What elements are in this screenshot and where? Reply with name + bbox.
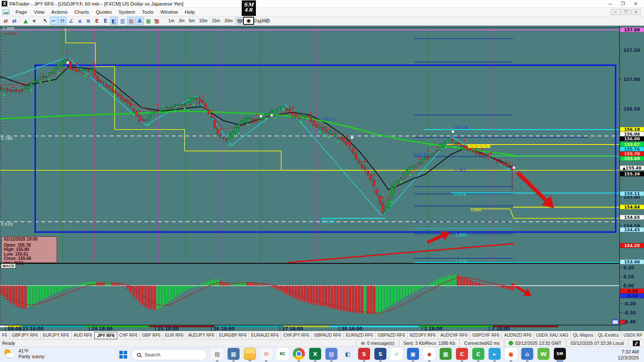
taskbar-app-app-blue-white-icon[interactable]: ◧	[342, 348, 354, 360]
tab-audchf-rf6[interactable]: AUDCHF RF6	[438, 332, 470, 339]
tab-gbpaud-rf6[interactable]: GBPAUD RF6	[312, 332, 343, 339]
tab-aud-rf6[interactable]: AUD RF6	[72, 332, 95, 339]
timeframe-15m-button[interactable]: 15m	[210, 17, 222, 24]
tool-icon-11[interactable]: E	[93, 17, 101, 25]
timeframe-30m-button[interactable]: 30m	[223, 17, 234, 24]
tab-eurjpy-rf6[interactable]: EURJPY RF6	[41, 332, 72, 339]
tool-icon-12[interactable]: E	[101, 17, 109, 25]
taskbar-app-app-orange-icon[interactable]: ●	[505, 348, 517, 360]
tool-icon-3[interactable]: ▲	[21, 17, 30, 25]
taskbar-clock[interactable]: 7:32 AM 12/3/2025	[618, 349, 639, 361]
taskbar-app-bank-app-icon[interactable]: ⌂	[521, 348, 533, 360]
tool-icon-13[interactable]: ◧	[110, 17, 118, 25]
taskbar-app-smr-patrader-icon[interactable]: SM	[554, 348, 566, 360]
menu-window[interactable]: Window	[157, 9, 181, 15]
taskbar-app-file-explorer-icon[interactable]	[244, 348, 256, 360]
tool-icon-16[interactable]: A	[136, 17, 144, 25]
tool-icon-15[interactable]: ▤	[127, 17, 135, 25]
svg-text:1.270: 1.270	[455, 259, 467, 264]
menu-quotes[interactable]: Quotes	[92, 9, 115, 15]
taskbar-app-calculator-icon[interactable]: ▦	[228, 348, 240, 360]
taskbar-app-tradingview-check-icon[interactable]: ✓	[391, 348, 403, 360]
tab-ql-exotics[interactable]: QL-Exotics	[595, 332, 621, 339]
taskbar-app-app-navy-s-icon[interactable]: S	[374, 348, 386, 360]
tab-gbpnzd-rf6[interactable]: GBPNZD RF6	[376, 332, 407, 339]
taskbar-app-mail-icon[interactable]: ✉	[260, 348, 272, 360]
start-button[interactable]	[119, 351, 127, 359]
clock-tool-button[interactable]: ◷	[265, 17, 270, 24]
tab-eurgbp-rf6[interactable]: EURGBP RF6	[217, 332, 249, 339]
tab-eur-rf6[interactable]: EUR RF6	[163, 332, 186, 339]
svg-text:▲155.49: ▲155.49	[623, 166, 641, 170]
tool-icon-10[interactable]: ≅	[84, 17, 92, 25]
tab-nzdjpy-rf6[interactable]: NZDJPY RF6	[407, 332, 438, 339]
mdi-close-button[interactable]: ✕	[631, 9, 641, 15]
timeframe-10m-button[interactable]: 10m	[197, 17, 209, 24]
taskbar-app-outlook-icon[interactable]: ▣	[407, 348, 419, 360]
menu-tools[interactable]: Tools	[139, 9, 157, 15]
infobox-line-4: Close: 155.66	[4, 256, 55, 261]
tab-usdx-xau-xag[interactable]: USDX XAU XAG	[534, 332, 571, 339]
tab-audjpy-rf6[interactable]: AUDJPY RF6	[186, 332, 217, 339]
taskbar-app-chrome-icon[interactable]	[293, 348, 305, 360]
search-box[interactable]: Search	[131, 349, 207, 360]
minimize-button[interactable]: —	[604, 0, 617, 7]
tab-f6[interactable]: F6	[0, 332, 10, 339]
tab-usdx-rf[interactable]: USDX RF	[621, 332, 644, 339]
tool-icon-5[interactable]: ↖	[41, 17, 49, 25]
tab-euraud-rf6[interactable]: EURAUD RF6	[249, 332, 281, 339]
taskbar-app-excel-icon[interactable]: X	[309, 348, 321, 360]
taskbar-app-camtasia-icon[interactable]: C	[472, 348, 484, 360]
taskbar-app-telegram-icon[interactable]: ▸	[489, 348, 501, 360]
tool-icon-7[interactable]: ⊓	[58, 17, 67, 25]
tab-gbpchf-rf6[interactable]: GBPCHF RF6	[470, 332, 502, 339]
tab-jpy-rf6[interactable]: JPY RF6	[94, 332, 117, 339]
chart-area[interactable]: 08:0023 16:0024 18:0025 18:0026 18:0027 …	[0, 26, 644, 331]
taskbar-app-app-red-s-icon[interactable]: S	[358, 348, 370, 360]
menu-system[interactable]: System	[115, 9, 138, 15]
tab-eurnzd-rf6[interactable]: EURNZD RF6	[344, 332, 376, 339]
tool-icon-1[interactable]: ⇄	[2, 17, 10, 25]
timeframe-1m-button[interactable]: 1m	[167, 17, 176, 24]
tool-icon-6[interactable]: ⌐	[50, 17, 58, 25]
tool-icon-17[interactable]: ▦	[144, 17, 152, 25]
tab-chf-rf6[interactable]: CHF RF6	[117, 332, 140, 339]
timeframe-3m-button[interactable]: 3m	[177, 17, 186, 24]
status-local-time: 03/12/2025 07:32:36 Local	[566, 340, 628, 347]
menu-view[interactable]: View	[30, 9, 48, 15]
tool-icon-9[interactable]: ≤	[76, 17, 84, 25]
menu-charts[interactable]: Charts	[71, 9, 92, 15]
tab-gbpjpy-rf6[interactable]: GBPJPY RF6	[10, 332, 41, 339]
taskbar-app-kc-app-icon[interactable]: KC	[276, 348, 289, 360]
taskbar-app-app-green-icon[interactable]: ▦	[440, 348, 452, 360]
close-button[interactable]: ✕	[629, 0, 642, 7]
eye-watch-button[interactable]: ◉	[243, 17, 254, 25]
taskbar-app-onenote-icon[interactable]: ▤	[325, 348, 337, 360]
tool-icon-4[interactable]: +	[30, 17, 38, 25]
tab-ql-majors[interactable]: QL-Majors	[571, 332, 596, 339]
mdi-minimize-button[interactable]: —	[611, 9, 620, 15]
chart-canvas[interactable]: 08:0023 16:0024 18:0025 18:0026 18:0027 …	[0, 26, 644, 331]
macd-pane-label[interactable]: MACD	[1, 263, 16, 268]
mdi-restore-button[interactable]: ❐	[621, 9, 630, 15]
tool-icon-2[interactable]: ⇄	[10, 17, 18, 25]
connection-status-icon	[509, 341, 513, 345]
tab-audnzd-rf6[interactable]: AUDNZD RF6	[502, 332, 534, 339]
menu-actions[interactable]: Actions	[48, 9, 71, 15]
ohlc-info-box: 02/12/2025 19:00 Open: 155.78High: 155.8…	[1, 236, 57, 263]
taskbar-app-app-red-c-icon[interactable]: C	[456, 348, 468, 360]
timeframe-daily-button[interactable]: D	[237, 18, 243, 25]
toolbar-overflow-button[interactable]: »	[154, 17, 156, 22]
tab-chfjpy-rf6[interactable]: CHFJPY RF6	[281, 332, 312, 339]
taskbar-app-webull-w-icon[interactable]: W	[538, 348, 550, 360]
menu-page[interactable]: Page	[12, 9, 30, 15]
tab-gbp-rf6[interactable]: GBP RF6	[140, 332, 163, 339]
taskbar-app-notepad-icon[interactable]: ▤	[211, 348, 223, 360]
taskbar-app-powerpoint-icon[interactable]: ◆	[423, 348, 435, 360]
timeframe-5m-button[interactable]: 5m	[187, 17, 197, 24]
tool-icon-14[interactable]: ▥	[118, 17, 127, 25]
weather-widget[interactable]: 41°F Partly sunny	[4, 348, 45, 359]
menu-help[interactable]: Help	[181, 9, 198, 15]
tool-icon-8[interactable]: ∠	[67, 17, 75, 25]
maximize-button[interactable]: ❐	[617, 0, 629, 7]
